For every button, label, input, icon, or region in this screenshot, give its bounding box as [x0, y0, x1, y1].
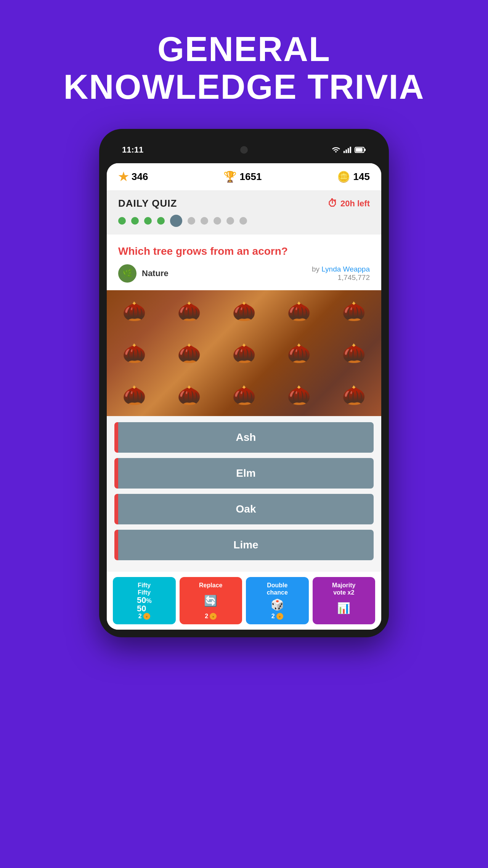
author-name: Lynda Weappa	[321, 265, 370, 273]
answer-text-2: Elm	[118, 458, 374, 489]
status-bar: 11:11	[107, 137, 381, 163]
daily-quiz-bar: DAILY QUIZ ⏱ 20h left	[107, 191, 381, 235]
answer-elm[interactable]: Elm	[114, 458, 374, 489]
page-title: GENERAL KNOWLEDGE TRIVIA	[64, 31, 425, 106]
progress-dots	[118, 215, 370, 227]
timer-icon: ⏱	[327, 198, 337, 209]
pu-fifty-coin: ●	[143, 613, 150, 620]
answer-text-1: Ash	[118, 422, 374, 453]
trophy-icon: 🏆	[223, 170, 237, 183]
dot-9	[226, 217, 234, 225]
dot-8	[214, 217, 221, 225]
svg-rect-6	[364, 149, 366, 151]
pu-fifty-cost: 2 ●	[138, 613, 150, 620]
category-row: 🌿 Nature by Lynda Weappa 1,745,772	[118, 264, 370, 283]
category-icon: 🌿	[118, 264, 136, 283]
pu-replace-label: Replace	[199, 582, 222, 589]
daily-quiz-title: DAILY QUIZ	[118, 198, 177, 209]
signal-icon	[343, 146, 352, 154]
dot-5-current	[170, 215, 182, 227]
question-text: Which tree grows from an acorn?	[118, 245, 370, 257]
pu-majority-icon: 📊	[337, 602, 350, 614]
phone-mockup: 11:11 ★ 346 🏆 1651	[99, 129, 389, 637]
star-icon: ★	[118, 170, 128, 183]
camera	[240, 146, 248, 154]
dot-10	[239, 217, 247, 225]
quiz-image: 🌰🌰🌰🌰🌰 🌰🌰🌰🌰🌰 🌰🌰🌰🌰🌰	[107, 290, 381, 416]
power-up-double-chance[interactable]: Doublechance 🎲 2 ●	[246, 577, 309, 624]
dot-6	[188, 217, 195, 225]
wifi-icon	[332, 146, 340, 154]
status-time: 11:11	[122, 145, 143, 155]
answer-lime[interactable]: Lime	[114, 530, 374, 560]
svg-rect-3	[350, 147, 351, 153]
timer-badge: ⏱ 20h left	[327, 198, 370, 209]
pu-replace-coin: ●	[210, 613, 217, 620]
category-name: Nature	[142, 268, 169, 278]
pu-double-label: Doublechance	[267, 582, 288, 596]
pu-double-icon: 🎲	[271, 598, 284, 611]
answer-indicator-4	[114, 530, 118, 560]
answer-indicator-1	[114, 422, 118, 453]
battery-icon	[355, 146, 366, 154]
score-bar: ★ 346 🏆 1651 🪙 145	[107, 163, 381, 191]
pu-replace-cost: 2 ●	[205, 613, 217, 620]
dot-3	[144, 217, 152, 225]
answer-indicator-3	[114, 494, 118, 524]
pu-fifty-label: FiftyFifty	[138, 582, 151, 596]
power-up-fifty-fifty[interactable]: FiftyFifty 50%50 2 ●	[113, 577, 176, 624]
coins-score: 🪙 145	[337, 170, 370, 183]
category-left: 🌿 Nature	[118, 264, 169, 283]
power-ups-bar: FiftyFifty 50%50 2 ● Replace 🔄 2 ●	[107, 572, 381, 630]
answers-section: Ash Elm Oak Lime	[107, 416, 381, 572]
answer-ash[interactable]: Ash	[114, 422, 374, 453]
pu-double-coin: ●	[276, 613, 283, 620]
dot-4	[157, 217, 165, 225]
answer-text-3: Oak	[118, 494, 374, 524]
dot-1	[118, 217, 126, 225]
power-up-replace[interactable]: Replace 🔄 2 ●	[180, 577, 242, 624]
trophy-score: 🏆 1651	[223, 170, 262, 183]
phone-screen: ★ 346 🏆 1651 🪙 145 DAILY QUIZ ⏱	[107, 163, 381, 630]
coin-icon: 🪙	[337, 170, 350, 183]
author-info: by Lynda Weappa 1,745,772	[312, 265, 370, 282]
answer-indicator-2	[114, 458, 118, 489]
answer-oak[interactable]: Oak	[114, 494, 374, 524]
pu-double-cost: 2 ●	[271, 613, 283, 620]
svg-rect-0	[344, 151, 345, 153]
pu-fifty-icon: 50%50	[137, 596, 152, 613]
question-section: Which tree grows from an acorn? 🌿 Nature…	[107, 235, 381, 290]
answer-text-4: Lime	[118, 530, 374, 560]
dot-2	[131, 217, 139, 225]
pu-majority-label: Majorityvote x2	[332, 582, 355, 596]
svg-rect-5	[356, 148, 363, 152]
svg-rect-1	[345, 149, 347, 153]
dot-7	[201, 217, 208, 225]
pu-replace-icon: 🔄	[204, 595, 217, 607]
status-icons	[332, 146, 366, 154]
svg-rect-2	[348, 148, 349, 153]
power-up-majority-vote[interactable]: Majorityvote x2 📊	[313, 577, 376, 624]
stars-score: ★ 346	[118, 170, 148, 183]
